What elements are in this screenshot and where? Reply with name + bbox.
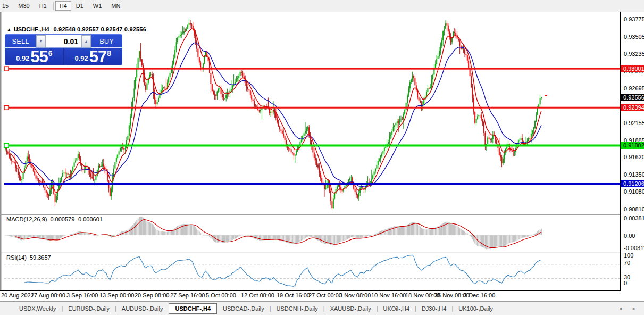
timeframe-button-h1[interactable]: H1 [35, 1, 52, 11]
time-axis-label: 2 Dec 16:00 [464, 292, 495, 299]
timeframe-toolbar: 15M30H1H4D1W1MN [0, 0, 644, 12]
rsi-tick-label: 70 [624, 260, 630, 266]
chart-symbol-label: USDCHF-,H4 [14, 26, 49, 32]
price-tick-label: 0.92155 [624, 120, 644, 126]
time-axis-label: 27 Oct 00:00 [308, 292, 342, 299]
price-tick-label: 0.93505 [624, 34, 644, 40]
timeframe-button-h4[interactable]: H4 [55, 1, 71, 11]
time-axis-label: 20 Sep 08:00 [135, 292, 169, 299]
chart-tab-dj30[interactable]: DJ30-,H4 [417, 303, 451, 314]
collapse-triangle-icon[interactable]: ▲ [7, 27, 11, 32]
chart-tab-bar: USDX,Weekly|EURUSD-,Daily|AUDUSD-,DailyU… [0, 301, 644, 315]
timeframe-button-15[interactable]: 15 [0, 1, 13, 11]
lot-size-control: ▼ 0.01 ▲ [36, 35, 91, 48]
time-axis-label: 10 Nov 16:00 [371, 292, 406, 299]
level-price-tag: 0.91206 [621, 180, 644, 187]
rsi-indicator-label: RSI(14)59.3657 [6, 254, 51, 261]
macd-tick-label: 0.00 [624, 233, 635, 239]
level-price-tag: 0.93001 [621, 65, 644, 72]
rsi-tick-label: 100 [624, 252, 633, 259]
buy-price-prefix: 0.92 [74, 54, 88, 62]
timeframe-button-d1[interactable]: D1 [71, 1, 88, 11]
price-tick-label: 0.90810 [624, 206, 644, 212]
time-axis-label: 27 Aug 08:00 [31, 292, 65, 299]
time-axis-label: 12 Oct 08:00 [241, 292, 274, 299]
chart-tab-eurusd[interactable]: EURUSD-,Daily [63, 303, 114, 314]
price-tick-label: 0.93235 [624, 51, 644, 57]
timeframe-button-w1[interactable]: W1 [88, 1, 107, 11]
rsi-value: 59.3657 [30, 254, 51, 261]
price-tick-label: 0.93775 [624, 16, 644, 22]
lot-increase-button[interactable]: ▲ [81, 35, 91, 47]
sell-price-prefix: 0.92 [16, 54, 29, 62]
macd-tick-label: -0.003115 [624, 245, 644, 251]
buy-price-button[interactable]: 0.92578 [64, 48, 122, 65]
time-axis-label: 19 Oct 16:00 [277, 292, 310, 299]
buy-price-big: 57 [89, 49, 106, 64]
chart-tab-usdx[interactable]: USDX,Weekly [14, 303, 61, 314]
level-price-tag: 0.92394 [621, 104, 644, 111]
current-price-tag: 0.92556 [621, 94, 644, 101]
chart-tab-xauusd[interactable]: XAUUSD-,Daily [325, 303, 376, 314]
one-click-trade-panel: SELL ▼ 0.01 ▲ BUY 0.92556 0.92578 [5, 34, 122, 65]
time-axis: 20 Aug 202127 Aug 08:003 Sep 16:0013 Sep… [0, 291, 644, 301]
chart-tab-usdchf[interactable]: USDCHF-,H4 [169, 303, 217, 314]
timeframe-button-m30[interactable]: M30 [13, 1, 34, 11]
timeframe-button-mn[interactable]: MN [106, 1, 125, 11]
rsi-tick-label: 0 [624, 280, 627, 286]
time-axis-label: 3 Sep 16:00 [66, 292, 98, 299]
chart-tab-usdcnh[interactable]: USDCNH-,Daily [272, 303, 323, 314]
price-axis: 0.937750.935050.932350.929650.926950.924… [621, 12, 644, 301]
chart-tab-audusd[interactable]: AUDUSD-,Daily [117, 303, 168, 314]
price-tick-label: 0.91080 [624, 188, 644, 195]
sell-price-big: 55 [30, 49, 47, 64]
time-axis-label: 3 Nov 08:00 [339, 292, 371, 299]
lot-size-input[interactable]: 0.01 [46, 35, 81, 47]
buy-button[interactable]: BUY [91, 35, 122, 48]
time-axis-label: 5 Oct 00:00 [206, 292, 236, 299]
time-axis-label: 13 Sep 00:00 [99, 292, 134, 299]
time-axis-label: 27 Sep 16:00 [170, 292, 205, 299]
chart-window: ▲USDCHF-,H40.92548 0.92557 0.92547 0.925… [0, 12, 644, 301]
chart-tab-usdcad[interactable]: USDCAD-,Daily [218, 303, 269, 314]
price-tick-label: 0.91620 [624, 154, 644, 160]
chart-tab-ukoil[interactable]: UKOil-,H4 [379, 303, 415, 314]
macd-indicator-label: MACD(12,26,9)0.000579 -0.000601 [6, 216, 103, 222]
macd-values: 0.000579 -0.000601 [50, 216, 102, 222]
chart-tab-uk100[interactable]: UK100-,Daily [454, 303, 498, 314]
price-tick-label: 0.91350 [624, 171, 644, 178]
chart-ohlc-values: 0.92548 0.92557 0.92547 0.92556 [54, 26, 146, 32]
lot-decrease-button[interactable]: ▼ [36, 35, 46, 47]
tab-scroll-left-icon[interactable]: ◄ [618, 306, 623, 311]
time-axis-label: 20 Aug 2021 [1, 292, 34, 299]
macd-tick-label: 0.003811 [624, 215, 644, 221]
price-tick-label: 0.92695 [624, 85, 644, 92]
sell-price-button[interactable]: 0.92556 [5, 48, 64, 65]
chart-title: ▲USDCHF-,H40.92548 0.92557 0.92547 0.925… [7, 26, 146, 32]
level-price-tag: 0.91802 [621, 142, 644, 149]
sell-button[interactable]: SELL [5, 35, 36, 48]
buy-price-pipette: 8 [107, 49, 111, 57]
toolbar-separator [53, 2, 54, 10]
sell-price-pipette: 6 [48, 49, 53, 57]
tab-scroll-right-icon[interactable]: ► [632, 306, 637, 311]
